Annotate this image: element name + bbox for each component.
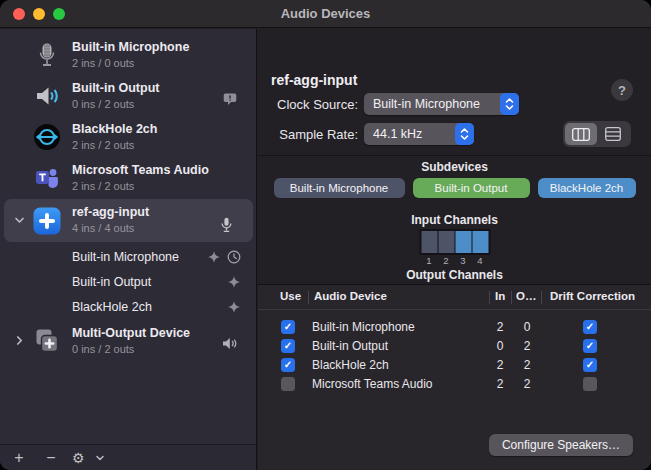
device-name: Built-in Microphone bbox=[72, 39, 189, 56]
use-checkbox[interactable] bbox=[281, 377, 295, 391]
divider bbox=[258, 155, 651, 156]
sidebar-item-blackhole-2ch[interactable]: BlackHole 2ch 2 ins / 2 outs bbox=[4, 116, 253, 157]
subdevice-name: Built-in Output bbox=[72, 275, 151, 289]
device-detail-panel: ref-agg-input ? Clock Source: Built-in M… bbox=[258, 29, 651, 470]
chevron-down-icon[interactable] bbox=[12, 214, 26, 228]
sample-rate-popup[interactable]: 44.1 kHz bbox=[364, 123, 474, 145]
help-button[interactable]: ? bbox=[611, 79, 633, 101]
device-detail: 0 ins / 2 outs bbox=[72, 342, 190, 356]
subdevice-name: BlackHole 2ch bbox=[72, 300, 152, 314]
configure-speakers-button[interactable]: Configure Speakers… bbox=[489, 434, 633, 456]
blackhole-icon bbox=[32, 122, 62, 152]
clock-source-value: Built-in Microphone bbox=[373, 97, 500, 111]
col-header-drift-correction[interactable]: Drift Correction bbox=[550, 290, 635, 302]
cell-in: 0 bbox=[492, 339, 508, 353]
multi-output-icon bbox=[32, 326, 62, 356]
subdevice-row-built-in-output[interactable]: Built-in Output bbox=[4, 271, 253, 296]
channel-cell bbox=[438, 231, 454, 253]
channel-number: 4 bbox=[472, 255, 488, 266]
default-output-speaker-icon bbox=[222, 336, 237, 354]
table-header: Use Audio Device In O… Drift Correction bbox=[258, 285, 651, 310]
add-device-button[interactable]: + bbox=[6, 450, 32, 466]
subdevice-row-built-in-microphone[interactable]: Built-in Microphone bbox=[4, 246, 253, 271]
aggregate-device-icon bbox=[32, 206, 62, 236]
subdevice-pill[interactable]: Built-in Microphone bbox=[274, 178, 405, 198]
microphone-icon bbox=[32, 40, 62, 70]
spark-icon bbox=[227, 300, 241, 318]
remove-device-button[interactable]: − bbox=[38, 450, 64, 466]
drift-checkbox[interactable] bbox=[583, 377, 597, 391]
traffic-lights bbox=[13, 8, 65, 20]
sidebar-item-microsoft-teams-audio[interactable]: Microsoft Teams Audio 2 ins / 2 outs bbox=[4, 157, 253, 198]
audio-devices-window: Audio Devices Built-in Microphone 2 ins … bbox=[0, 0, 651, 470]
table-row[interactable]: Microsoft Teams Audio 2 2 bbox=[258, 375, 651, 394]
zoom-button[interactable] bbox=[53, 8, 65, 20]
gear-menu-button[interactable]: ⚙ bbox=[72, 450, 105, 466]
channel-cell bbox=[455, 231, 471, 253]
view-mode-segmented-control bbox=[563, 121, 631, 147]
window-title: Audio Devices bbox=[281, 6, 371, 21]
device-name: ref-agg-input bbox=[72, 204, 149, 221]
page-title: ref-agg-input bbox=[271, 72, 357, 88]
minimize-button[interactable] bbox=[33, 8, 45, 20]
device-name: BlackHole 2ch bbox=[72, 121, 157, 138]
table-row[interactable]: BlackHole 2ch 2 2 bbox=[258, 356, 651, 375]
col-header-audio-device[interactable]: Audio Device bbox=[314, 290, 387, 302]
columns-view-button[interactable] bbox=[565, 123, 597, 145]
table-row[interactable]: Built-in Microphone 2 0 bbox=[258, 318, 651, 337]
cell-in: 2 bbox=[492, 358, 508, 372]
device-detail: 2 ins / 2 outs bbox=[72, 138, 157, 152]
sidebar-item-ref-agg-input[interactable]: ref-agg-input 4 ins / 4 outs bbox=[4, 199, 253, 242]
col-header-in[interactable]: In bbox=[495, 290, 505, 302]
subdevice-pill[interactable]: Built-in Output bbox=[413, 178, 530, 198]
subdevice-row-blackhole-2ch[interactable]: BlackHole 2ch bbox=[4, 296, 253, 321]
sidebar-item-multi-output-device[interactable]: Multi-Output Device 0 ins / 2 outs bbox=[4, 320, 253, 361]
output-channels-title: Output Channels bbox=[258, 268, 651, 282]
sidebar-toolbar: + − ⚙ bbox=[0, 444, 256, 470]
chevron-down-icon bbox=[95, 453, 105, 463]
title-bar: Audio Devices bbox=[0, 0, 651, 28]
drift-checkbox[interactable] bbox=[583, 339, 597, 353]
device-sidebar: Built-in Microphone 2 ins / 0 outs Built… bbox=[0, 29, 257, 470]
popup-stepper-icon bbox=[500, 93, 519, 115]
channel-number: 1 bbox=[421, 255, 437, 266]
device-name: Microsoft Teams Audio bbox=[72, 162, 209, 179]
channel-number: 2 bbox=[438, 255, 454, 266]
rows-icon bbox=[605, 127, 621, 141]
teams-icon bbox=[32, 163, 62, 193]
close-button[interactable] bbox=[13, 8, 25, 20]
cell-device: Microsoft Teams Audio bbox=[312, 377, 433, 391]
rows-view-button[interactable] bbox=[597, 123, 629, 145]
alert-bubble-icon[interactable] bbox=[223, 92, 237, 110]
subdevice-name: Built-in Microphone bbox=[72, 250, 179, 264]
cell-out: 2 bbox=[519, 339, 535, 353]
drift-checkbox[interactable] bbox=[583, 320, 597, 334]
input-channels-title: Input Channels bbox=[258, 213, 651, 227]
subdevice-pills: Built-in Microphone Built-in Output Blac… bbox=[258, 178, 651, 198]
channel-cell bbox=[472, 231, 488, 253]
use-checkbox[interactable] bbox=[281, 320, 295, 334]
cell-in: 2 bbox=[492, 377, 508, 391]
col-header-use[interactable]: Use bbox=[280, 290, 301, 302]
col-header-out[interactable]: O… bbox=[516, 290, 536, 302]
subdevice-pill[interactable]: BlackHole 2ch bbox=[538, 178, 636, 198]
default-input-mic-icon bbox=[220, 217, 233, 237]
chevron-right-icon[interactable] bbox=[12, 334, 26, 348]
device-name: Multi-Output Device bbox=[72, 325, 190, 342]
clock-source-label: Clock Source: bbox=[258, 97, 358, 112]
drift-checkbox[interactable] bbox=[583, 358, 597, 372]
use-checkbox[interactable] bbox=[281, 339, 295, 353]
cell-device: BlackHole 2ch bbox=[312, 358, 389, 372]
speaker-icon bbox=[32, 81, 62, 111]
table-row[interactable]: Built-in Output 0 2 bbox=[258, 337, 651, 356]
cell-out: 2 bbox=[519, 377, 535, 391]
channel-cell bbox=[421, 231, 437, 253]
sidebar-item-built-in-microphone[interactable]: Built-in Microphone 2 ins / 0 outs bbox=[4, 34, 253, 75]
clock-source-popup[interactable]: Built-in Microphone bbox=[364, 93, 519, 115]
device-detail: 2 ins / 0 outs bbox=[72, 56, 189, 70]
device-detail: 4 ins / 4 outs bbox=[72, 221, 149, 235]
sidebar-item-built-in-output[interactable]: Built-in Output 0 ins / 2 outs bbox=[4, 75, 253, 116]
cell-device: Built-in Microphone bbox=[312, 320, 415, 334]
use-checkbox[interactable] bbox=[281, 358, 295, 372]
clock-icon bbox=[227, 250, 241, 268]
